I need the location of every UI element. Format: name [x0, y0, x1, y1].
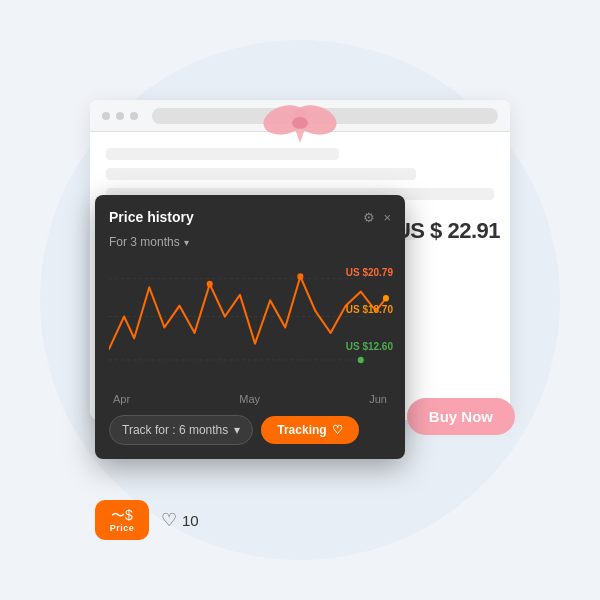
filter-chevron-icon: ▾ [184, 237, 189, 248]
price-wave-icon: 〜$ [111, 508, 133, 522]
price-label-mid: US $18.70 [346, 304, 393, 315]
bottom-toolbar: 〜$ Price ♡ 10 [95, 500, 199, 540]
heart-count-display[interactable]: ♡ 10 [161, 509, 199, 531]
x-label-jun: Jun [369, 393, 387, 405]
product-image [260, 85, 340, 165]
product-price: US $ 22.91 [395, 218, 500, 244]
track-button-label: Track for : 6 months [122, 423, 228, 437]
x-label-may: May [239, 393, 260, 405]
price-icon-label: Price [110, 523, 135, 533]
product-image-area [260, 80, 340, 170]
svg-marker-3 [295, 129, 305, 143]
buy-now-button[interactable]: Buy Now [407, 398, 515, 435]
svg-point-7 [207, 281, 213, 288]
popup-header: Price history ⚙ × [109, 209, 391, 225]
settings-icon[interactable]: ⚙ [363, 210, 375, 225]
browser-dot-3 [130, 112, 138, 120]
price-label-low: US $12.60 [346, 341, 393, 352]
track-button[interactable]: Track for : 6 months ▾ [109, 415, 253, 445]
close-icon[interactable]: × [383, 210, 391, 225]
browser-dot-2 [116, 112, 124, 120]
svg-point-8 [297, 273, 303, 280]
tracking-heart-icon: ♡ [332, 423, 343, 437]
browser-dot-1 [102, 112, 110, 120]
heart-count-value: 10 [182, 512, 199, 529]
filter-label: For 3 months [109, 235, 180, 249]
popup-title: Price history [109, 209, 194, 225]
svg-point-10 [358, 357, 364, 364]
price-tracker-button[interactable]: 〜$ Price [95, 500, 149, 540]
chart-container: US $20.79 US $18.70 US $12.60 [109, 257, 391, 387]
price-history-popup: Price history ⚙ × For 3 months ▾ [95, 195, 405, 459]
popup-filter[interactable]: For 3 months ▾ [109, 235, 391, 249]
popup-header-icons: ⚙ × [363, 210, 391, 225]
popup-footer: Track for : 6 months ▾ Tracking ♡ [109, 415, 391, 445]
heart-icon: ♡ [161, 509, 177, 531]
tracking-button-label: Tracking [277, 423, 326, 437]
x-axis: Apr May Jun [109, 393, 391, 405]
tracking-button[interactable]: Tracking ♡ [261, 416, 358, 444]
scene: US $ 22.91 Buy Now Price history ⚙ × For… [0, 0, 600, 600]
track-chevron-icon: ▾ [234, 423, 240, 437]
price-label-high: US $20.79 [346, 267, 393, 278]
x-label-apr: Apr [113, 393, 130, 405]
svg-point-2 [292, 117, 308, 129]
